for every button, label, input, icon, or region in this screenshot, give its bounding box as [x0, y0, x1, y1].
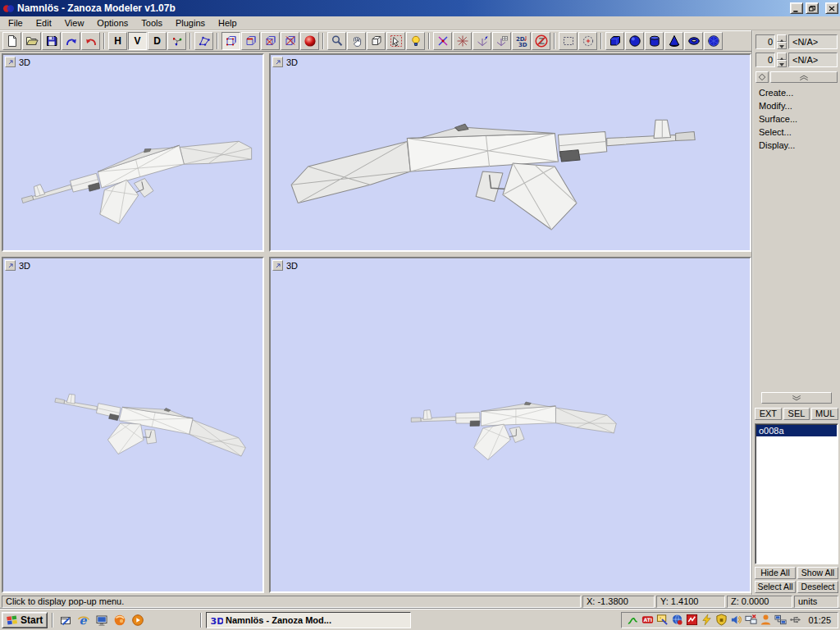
prim-cylinder-button[interactable]	[645, 32, 664, 50]
spinner-down-button[interactable]	[777, 60, 787, 67]
show-desktop-shortcut[interactable]	[57, 612, 74, 628]
restore-button[interactable]	[806, 2, 819, 14]
wire-box-vertices-button[interactable]	[221, 32, 240, 50]
viewport-top-left[interactable]: 3D	[2, 53, 264, 252]
view-cube-button[interactable]	[367, 32, 386, 50]
select-object-button[interactable]	[386, 32, 405, 50]
quick-launch: e	[57, 612, 146, 628]
viewport-header: 3D	[272, 260, 298, 271]
move-axes-button[interactable]	[167, 32, 186, 50]
prim-geosphere-button[interactable]	[704, 32, 723, 50]
spinner-down-button[interactable]	[777, 42, 787, 49]
viewport-bottom-left[interactable]: 3D	[2, 257, 264, 593]
prim-cube-button[interactable]	[605, 32, 624, 50]
panel-menu-display[interactable]: Display...	[755, 139, 838, 152]
network-computers-tray-icon[interactable]	[774, 614, 787, 626]
prim-sphere-button[interactable]	[625, 32, 644, 50]
viewport-zoom-button[interactable]	[5, 260, 16, 271]
undo-arrow-button[interactable]	[81, 32, 100, 50]
start-button[interactable]: Start	[2, 612, 48, 628]
expand-down-button[interactable]	[761, 392, 832, 404]
spinner-up-button[interactable]	[777, 52, 787, 60]
viewport-zoom-button[interactable]	[272, 260, 283, 271]
power-meter-tray-icon[interactable]	[686, 614, 698, 626]
start-label: Start	[21, 614, 43, 626]
tool-h-button[interactable]: H	[108, 32, 127, 50]
viewport-zoom-button[interactable]	[5, 57, 16, 67]
volume-tray-icon[interactable]	[730, 614, 742, 626]
panel-menu-select[interactable]: Select...	[755, 126, 838, 139]
select-all-button[interactable]: Select All	[755, 581, 796, 593]
tool-v-button[interactable]: V	[128, 32, 147, 50]
select-circle-button[interactable]	[578, 32, 597, 50]
spinner-up-button[interactable]	[777, 34, 787, 42]
panel-menu-surface[interactable]: Surface...	[755, 112, 838, 126]
menu-item-help[interactable]: Help	[212, 16, 244, 30]
menu-item-view[interactable]: View	[58, 16, 91, 30]
menu-item-tools[interactable]: Tools	[135, 16, 169, 30]
menu-item-options[interactable]: Options	[90, 16, 135, 30]
usb-device-tray-icon[interactable]	[789, 614, 801, 626]
spinner-value[interactable]: 0	[756, 52, 775, 67]
menu-item-file[interactable]: File	[2, 16, 30, 30]
security-shield-tray-icon[interactable]	[715, 614, 728, 626]
z-lock-button[interactable]: Z	[532, 32, 550, 50]
pan-hand-button[interactable]	[347, 32, 366, 50]
vertex-cut-button[interactable]	[433, 32, 452, 50]
object-list-item[interactable]: o008a	[756, 425, 837, 436]
minimize-button[interactable]	[790, 2, 803, 14]
title-bar[interactable]: Namnlös - Zanoza Modeler v1.07b	[0, 0, 840, 16]
viewport-top-right[interactable]: 3D	[269, 53, 751, 252]
hide-all-button[interactable]: Hide All	[755, 567, 796, 579]
menu-item-plugins[interactable]: Plugins	[169, 16, 212, 30]
wire-box-edges-button[interactable]	[241, 32, 260, 50]
sel-mode-button[interactable]: SEL	[783, 408, 810, 420]
material-sphere-button[interactable]	[300, 32, 319, 50]
new-document-button[interactable]	[2, 32, 21, 50]
network-offline-tray-icon[interactable]	[745, 614, 757, 626]
tray-clock[interactable]: 01:25	[808, 615, 831, 625]
save-floppy-button[interactable]	[42, 32, 61, 50]
show-all-button[interactable]: Show All	[797, 567, 838, 579]
deselect-button[interactable]: Deselect	[797, 581, 838, 593]
diamond-toggle-button[interactable]	[756, 71, 769, 83]
desktop-monitor-shortcut[interactable]	[94, 612, 110, 628]
tool-d-button[interactable]: D	[148, 32, 167, 50]
display-wizard-tray-icon[interactable]	[656, 614, 669, 626]
prim-cone-button[interactable]	[664, 32, 683, 50]
axes-arrow-button[interactable]	[472, 32, 491, 50]
ext-mode-button[interactable]: EXT	[755, 408, 782, 420]
wire-box-objects-button[interactable]	[281, 32, 299, 50]
firefox-shortcut[interactable]	[112, 612, 128, 628]
zoom-magnifier-button[interactable]	[327, 32, 346, 50]
select-rectangle-button[interactable]	[559, 32, 578, 50]
remote-green-tray-icon[interactable]	[627, 614, 639, 626]
energy-bolt-tray-icon[interactable]	[701, 614, 713, 626]
toggle-2d3d-button[interactable]: 2D3D	[512, 32, 531, 50]
network-globe-tray-icon[interactable]	[671, 614, 683, 626]
panel-menu-create[interactable]: Create...	[755, 86, 838, 99]
viewport-zoom-button[interactable]	[272, 57, 283, 67]
task-button[interactable]: 3DNamnlös - Zanoza Mod...	[206, 612, 411, 628]
panel-menu-modify[interactable]: Modify...	[755, 99, 838, 112]
open-folder-button[interactable]	[22, 32, 41, 50]
messenger-user-tray-icon[interactable]	[760, 614, 772, 626]
menu-item-edit[interactable]: Edit	[30, 16, 58, 30]
media-player-shortcut[interactable]	[130, 612, 146, 628]
wire-box-faces-button[interactable]	[261, 32, 280, 50]
collapse-up-button[interactable]	[770, 71, 838, 83]
render-light-button[interactable]	[406, 32, 425, 50]
ati-tray-icon[interactable]: ATI	[641, 614, 654, 626]
spinner-value[interactable]: 0	[756, 34, 775, 49]
axes-star-button[interactable]	[453, 32, 472, 50]
prim-torus-button[interactable]	[684, 32, 703, 50]
object-list[interactable]: o008a	[755, 423, 838, 564]
redo-arrow-button[interactable]	[62, 32, 80, 50]
internet-explorer-shortcut[interactable]: e	[75, 612, 92, 628]
close-button[interactable]	[825, 2, 838, 14]
viewport-label: 3D	[286, 57, 298, 67]
edit-polygon-button[interactable]	[194, 32, 213, 50]
viewport-bottom-right[interactable]: 3D	[269, 257, 751, 593]
axes-grid-button[interactable]	[492, 32, 511, 50]
mul-mode-button[interactable]: MUL	[811, 408, 838, 420]
